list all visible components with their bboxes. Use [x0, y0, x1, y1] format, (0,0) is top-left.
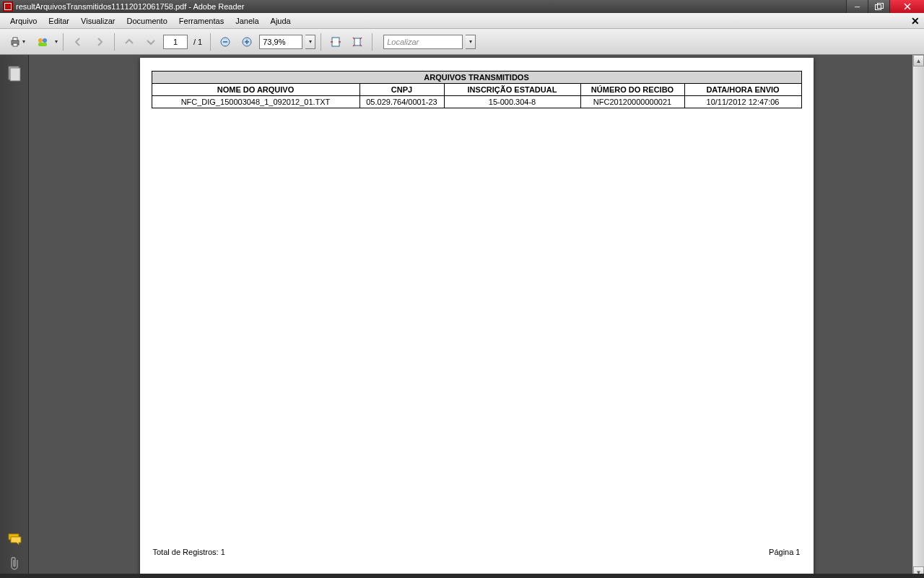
menu-ajuda[interactable]: Ajuda	[265, 15, 297, 27]
pdf-page: ARQUIVOS TRANSMITIDOS NOME DO ARQUIVO CN…	[140, 58, 814, 578]
fit-width-button[interactable]	[326, 33, 345, 51]
find-placeholder: Localizar	[387, 38, 419, 46]
toolbar-separator	[372, 33, 372, 51]
navigation-panel	[0, 55, 29, 578]
comments-panel-icon[interactable]	[4, 529, 25, 549]
footer-page: Página 1	[769, 548, 800, 556]
document-close-icon[interactable]: ✕	[911, 15, 920, 27]
pages-panel-icon[interactable]	[4, 64, 25, 84]
zoom-dropdown[interactable]: ▾	[305, 35, 315, 49]
page-number-input[interactable]	[163, 35, 188, 49]
fit-page-button[interactable]	[348, 33, 367, 51]
toolbar-separator	[63, 33, 64, 51]
cell-recibo: NFC20120000000021	[580, 96, 684, 108]
vertical-scrollbar[interactable]: ▲ ▼	[912, 55, 924, 578]
window-title: resultArquivosTransmitidos11112012061758…	[16, 2, 244, 11]
menu-editar[interactable]: Editar	[43, 15, 75, 27]
attachments-panel-icon[interactable]	[4, 553, 25, 574]
toolbar: ▾ ▾ / 1 73,9% ▾ Localizar ▾	[0, 29, 924, 55]
menu-ferramentas[interactable]: Ferramentas	[173, 15, 230, 27]
col-recibo: NÚMERO DO RECIBO	[580, 84, 684, 96]
arquivos-table: ARQUIVOS TRANSMITIDOS NOME DO ARQUIVO CN…	[152, 71, 802, 108]
print-button[interactable]: ▾	[4, 33, 30, 51]
minimize-button[interactable]: ─	[846, 0, 868, 13]
menu-janela[interactable]: Janela	[230, 15, 264, 27]
table-row: NFC_DIG_150003048_1_092012_01.TXT 05.029…	[152, 96, 801, 108]
nav-forward-button[interactable]	[90, 33, 109, 51]
zoom-out-button[interactable]	[216, 33, 235, 51]
menu-arquivo[interactable]: Arquivo	[4, 15, 43, 27]
taskbar-edge	[0, 574, 924, 578]
document-viewport[interactable]: ARQUIVOS TRANSMITIDOS NOME DO ARQUIVO CN…	[29, 55, 924, 578]
menu-documento[interactable]: Documento	[121, 15, 173, 27]
svg-rect-3	[877, 4, 883, 9]
toolbar-separator	[114, 33, 115, 51]
close-button[interactable]	[889, 0, 924, 13]
col-datahora: DATA/HORA ENVIO	[684, 84, 801, 96]
svg-rect-11	[38, 43, 47, 46]
page-up-button[interactable]	[120, 33, 139, 51]
svg-rect-7	[13, 38, 17, 40]
menubar: Arquivo Editar Visualizar Documento Ferr…	[0, 13, 924, 29]
svg-rect-17	[332, 38, 339, 46]
collaborate-button[interactable]	[33, 33, 52, 51]
cell-cnpj: 05.029.764/0001-23	[359, 96, 444, 108]
maximize-button[interactable]	[868, 0, 889, 13]
page-total: / 1	[193, 38, 202, 46]
scroll-up-icon[interactable]: ▲	[913, 55, 924, 66]
svg-rect-20	[10, 68, 20, 81]
zoom-in-button[interactable]	[237, 33, 256, 51]
footer-total: Total de Registros: 1	[153, 548, 225, 556]
cell-datahora: 10/11/2012 12:47:06	[684, 96, 801, 108]
col-nome: NOME DO ARQUIVO	[152, 84, 359, 96]
app-icon	[3, 1, 13, 12]
toolbar-separator	[321, 33, 321, 51]
svg-point-9	[38, 38, 43, 43]
menu-visualizar[interactable]: Visualizar	[75, 15, 121, 27]
window-titlebar: resultArquivosTransmitidos11112012061758…	[0, 0, 924, 13]
col-inscricao: INSCRIÇÃO ESTADUAL	[444, 84, 580, 96]
nav-back-button[interactable]	[69, 33, 87, 51]
page-footer: Total de Registros: 1 Página 1	[153, 548, 801, 556]
svg-rect-1	[5, 4, 11, 9]
table-title: ARQUIVOS TRANSMITIDOS	[152, 72, 801, 84]
col-cnpj: CNPJ	[359, 84, 444, 96]
svg-rect-2	[875, 5, 881, 10]
zoom-level[interactable]: 73,9%	[259, 35, 302, 49]
svg-rect-8	[13, 43, 17, 46]
page-down-button[interactable]	[141, 33, 160, 51]
cell-nome: NFC_DIG_150003048_1_092012_01.TXT	[152, 96, 359, 108]
collaborate-dropdown-icon[interactable]: ▾	[55, 38, 58, 45]
find-input[interactable]: Localizar	[383, 35, 463, 49]
svg-point-10	[43, 38, 47, 43]
zoom-value: 73,9%	[263, 38, 285, 46]
cell-inscricao: 15-000.304-8	[444, 96, 580, 108]
svg-rect-18	[354, 38, 360, 46]
find-dropdown[interactable]: ▾	[466, 35, 476, 49]
content-area: ARQUIVOS TRANSMITIDOS NOME DO ARQUIVO CN…	[0, 55, 924, 578]
toolbar-separator	[210, 33, 211, 51]
